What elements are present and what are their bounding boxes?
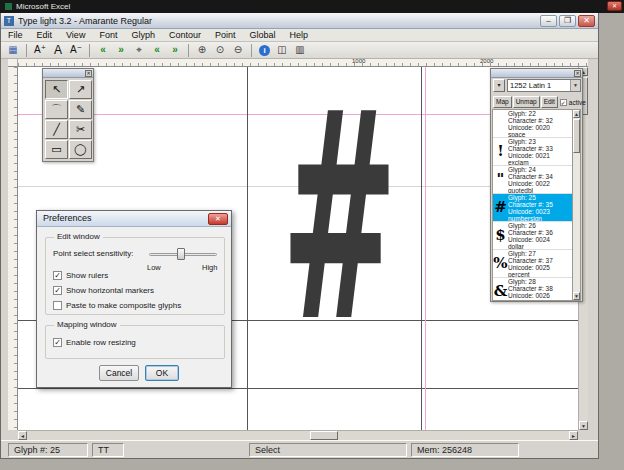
checkbox-unchecked-icon[interactable] (53, 301, 62, 310)
show-rulers-label: Show rulers (66, 271, 108, 280)
glyph-character: # (281, 67, 398, 385)
unmap-button[interactable]: Unmap (513, 96, 540, 108)
glyph-list-scrollbar[interactable]: ▲ ▼ (572, 109, 581, 301)
toolbar: ▦ A⁺ A A⁻ « » ⌖ « » ⊕ ⊙ ⊖ i ◫ ▥ (1, 42, 598, 59)
glyph-row-ampersand[interactable]: & Glyph: 28 Character #: 38 Unicode: 002… (493, 278, 572, 301)
contour-select-tool[interactable]: ↗ (69, 80, 92, 99)
menu-edit[interactable]: Edit (30, 29, 60, 42)
glyph-map-icon[interactable]: ◫ (274, 43, 290, 58)
maximize-button[interactable]: ❐ (559, 15, 576, 27)
glyph-char: $ (493, 222, 508, 249)
paste-composite-label: Paste to make composite glyphs (66, 301, 181, 310)
sensitivity-label: Point select sensitivity: (53, 249, 133, 258)
save-icon[interactable]: ▦ (5, 43, 21, 58)
checkbox-checked-icon[interactable]: ✓ (560, 99, 567, 106)
toolbar-separator (188, 44, 189, 57)
glyph-row-numbersign-selected[interactable]: # Glyph: 25 Character #: 35 Unicode: 002… (493, 194, 572, 222)
close-button[interactable]: ✕ (578, 15, 595, 27)
menu-help[interactable]: Help (282, 29, 315, 42)
pen-tool[interactable]: ✎ (69, 100, 92, 119)
paste-composite-checkbox[interactable]: Paste to make composite glyphs (53, 301, 181, 310)
font-decrease-icon[interactable]: A⁻ (68, 43, 84, 58)
rectangle-tool[interactable]: ▭ (45, 140, 68, 159)
menu-global[interactable]: Global (242, 29, 282, 42)
zoom-in-icon[interactable]: ⊕ (194, 43, 210, 58)
tool-palette-titlebar[interactable]: ✕ (43, 69, 93, 78)
checkbox-checked-icon[interactable]: ✓ (53, 338, 62, 347)
glyph-palette-close-icon[interactable]: ✕ (574, 70, 581, 77)
glyph-info-line: numbersign (508, 216, 572, 221)
glyph-row-exclam[interactable]: ! Glyph: 23 Character #: 33 Unicode: 002… (493, 138, 572, 166)
glyph-row-space[interactable]: Glyph: 22 Character #: 32 Unicode: 0020 … (493, 110, 572, 138)
slider-low-label: Low (147, 263, 161, 272)
glyph-palette-header: ▾ 1252 Latin 1 ▼ (491, 78, 582, 94)
preferences-titlebar[interactable]: Preferences (37, 211, 231, 227)
row-resizing-checkbox[interactable]: ✓ Enable row resizing (53, 338, 136, 347)
show-rulers-checkbox[interactable]: ✓ Show rulers (53, 271, 108, 280)
previous-glyph-icon[interactable]: « (95, 43, 111, 58)
line-tool[interactable]: ╱ (45, 120, 68, 139)
tool-palette-close-icon[interactable]: ✕ (85, 70, 92, 77)
menu-contour[interactable]: Contour (162, 29, 208, 42)
menu-file[interactable]: File (1, 29, 30, 42)
font-increase-icon[interactable]: A⁺ (32, 43, 48, 58)
scroll-left-icon[interactable]: ◄ (18, 431, 27, 440)
descender-line (18, 388, 578, 389)
find-icon[interactable]: ⌖ (131, 43, 147, 58)
knife-tool[interactable]: ✂ (69, 120, 92, 139)
horizontal-scroll-thumb[interactable] (310, 431, 338, 440)
font-size-icon[interactable]: A (50, 43, 66, 58)
excel-close-button[interactable]: ✕ (607, 1, 622, 11)
horizontal-scrollbar[interactable]: ◄ ► (18, 430, 578, 440)
ellipse-tool[interactable]: ◯ (69, 140, 92, 159)
ruler-label: 1000 (352, 58, 365, 64)
glyph-row-percent[interactable]: % Glyph: 27 Character #: 37 Unicode: 002… (493, 250, 572, 278)
scroll-down-icon[interactable]: ▼ (573, 292, 580, 300)
status-glyph-number: Glyph #: 25 (8, 443, 88, 457)
map-button[interactable]: Map (493, 96, 512, 108)
glyph-outline[interactable]: # (281, 110, 398, 323)
app-icon: T (4, 16, 14, 26)
metrics-icon[interactable]: ▥ (292, 43, 308, 58)
cancel-button[interactable]: Cancel (99, 365, 139, 381)
encoding-menu-button[interactable]: ▾ (493, 79, 505, 92)
checkbox-checked-icon[interactable]: ✓ (53, 271, 62, 280)
info-icon[interactable]: i (259, 45, 270, 56)
glyph-row-dollar[interactable]: $ Glyph: 26 Character #: 36 Unicode: 002… (493, 222, 572, 250)
menu-font[interactable]: Font (92, 29, 124, 42)
glyph-info: Glyph: 22 Character #: 32 Unicode: 0020 … (508, 110, 572, 137)
edit-button[interactable]: Edit (541, 96, 558, 108)
scroll-up-icon[interactable]: ▲ (573, 110, 580, 118)
active-checkbox[interactable]: ✓ active (560, 99, 586, 106)
forward-icon[interactable]: » (167, 43, 183, 58)
glyph-info-line: ampersand (508, 300, 572, 301)
glyph-palette-titlebar[interactable]: ✕ (491, 69, 582, 78)
zoom-out-icon[interactable]: ⊖ (230, 43, 246, 58)
back-icon[interactable]: « (149, 43, 165, 58)
minimize-button[interactable]: – (540, 15, 557, 27)
scroll-down-icon[interactable]: ▼ (579, 421, 588, 430)
curve-tool[interactable]: ⌒ (45, 100, 68, 119)
ruler-label: 2000 (480, 58, 493, 64)
app-titlebar[interactable]: T Type light 3.2 - Amarante Regular – ❐ … (1, 13, 598, 29)
preferences-close-button[interactable]: ✕ (208, 213, 228, 225)
zoom-icon[interactable]: ⊙ (212, 43, 228, 58)
show-markers-checkbox[interactable]: ✓ Show horizontal markers (53, 286, 154, 295)
glyph-row-quotedbl[interactable]: " Glyph: 24 Character #: 34 Unicode: 002… (493, 166, 572, 194)
select-tool[interactable]: ↖ (45, 80, 68, 99)
menu-glyph[interactable]: Glyph (124, 29, 162, 42)
checkbox-checked-icon[interactable]: ✓ (53, 286, 62, 295)
glyph-char: % (493, 250, 508, 277)
scroll-right-icon[interactable]: ► (569, 431, 578, 440)
glyph-info-line: exclam (508, 160, 572, 165)
glyph-scroll-thumb[interactable] (573, 119, 580, 153)
menu-bar: File Edit View Font Glyph Contour Point … (1, 29, 598, 42)
desktop: Microsoft Excel ✕ T Type light 3.2 - Ama… (0, 0, 624, 470)
menu-point[interactable]: Point (208, 29, 243, 42)
sensitivity-slider-thumb[interactable] (177, 248, 185, 260)
ok-button[interactable]: OK (145, 365, 179, 381)
menu-view[interactable]: View (59, 29, 92, 42)
edit-window-group-label: Edit window (54, 232, 103, 241)
next-glyph-icon[interactable]: » (113, 43, 129, 58)
encoding-select[interactable]: 1252 Latin 1 ▼ (507, 79, 581, 92)
